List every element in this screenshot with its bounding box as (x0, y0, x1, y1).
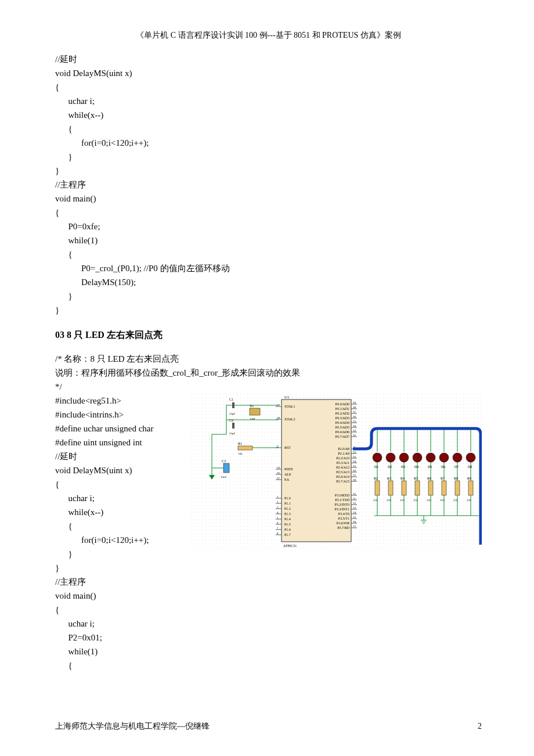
svg-text:16: 16 (353, 520, 356, 523)
svg-text:36: 36 (353, 415, 356, 418)
svg-text:P2.0/A8: P2.0/A8 (338, 447, 349, 451)
svg-text:P1.0: P1.0 (284, 496, 291, 500)
svg-text:P1.7: P1.7 (284, 533, 291, 537)
cap-c1: C1 (229, 398, 233, 401)
crystal-val: 12M (250, 417, 255, 420)
svg-text:D7: D7 (454, 465, 459, 469)
svg-text:P3.7/RD: P3.7/RD (337, 526, 350, 530)
svg-rect-123 (250, 408, 260, 415)
description: /* 名称：8 只 LED 左右来回点亮 说明：程序利用循环移位函数_crol_… (55, 352, 482, 394)
svg-text:13: 13 (353, 506, 356, 509)
svg-text:P3.1/TXD: P3.1/TXD (335, 498, 350, 502)
svg-rect-165 (402, 481, 406, 495)
svg-text:18: 18 (277, 416, 280, 419)
svg-text:220: 220 (413, 499, 418, 502)
svg-text:14: 14 (353, 511, 356, 514)
svg-point-183 (453, 453, 462, 462)
svg-text:32: 32 (353, 434, 356, 437)
svg-text:P0.1/AD1: P0.1/AD1 (335, 407, 349, 411)
svg-text:P1.6: P1.6 (284, 528, 291, 531)
svg-text:XTAL1: XTAL1 (284, 405, 295, 408)
section-title: 03 8 只 LED 左右来回点亮 (55, 327, 482, 343)
svg-text:33: 33 (353, 429, 356, 432)
svg-text:12: 12 (353, 502, 356, 505)
svg-text:P2.7/A15: P2.7/A15 (336, 480, 349, 483)
svg-text:P1.2: P1.2 (284, 507, 291, 510)
cap-c2: C2 (229, 419, 233, 422)
svg-text:R9: R9 (467, 477, 471, 480)
svg-text:P0.5/AD5: P0.5/AD5 (335, 426, 349, 429)
cap-c3: C3 (222, 459, 226, 463)
proteus-schematic: U1 AT89C51 19XTAL118XTAL29RST29PSEN30ALE… (192, 394, 482, 550)
svg-text:R8: R8 (454, 477, 458, 480)
svg-text:D1: D1 (374, 465, 378, 469)
svg-text:R3: R3 (387, 477, 391, 480)
svg-text:D2: D2 (388, 465, 392, 469)
svg-text:11: 11 (353, 497, 356, 500)
code-block-2b: //主程序 void main() { uchar i; P2=0x01; wh… (55, 575, 482, 672)
svg-text:38: 38 (353, 406, 356, 409)
cap-c2-val: 22pF (229, 432, 236, 435)
svg-text:R2: R2 (374, 477, 378, 480)
res-r1: R1 (238, 442, 242, 445)
svg-rect-121 (232, 402, 234, 408)
svg-text:EA: EA (284, 478, 290, 481)
svg-text:D6: D6 (441, 465, 445, 469)
svg-text:P3.4/T0: P3.4/T0 (338, 512, 349, 516)
chip-ref: U1 (284, 395, 290, 399)
svg-text:R6: R6 (427, 477, 431, 480)
svg-text:220: 220 (387, 499, 391, 502)
svg-text:R7: R7 (441, 477, 445, 480)
svg-text:D3: D3 (401, 465, 405, 469)
svg-text:P1.5: P1.5 (284, 523, 291, 526)
svg-text:35: 35 (353, 420, 356, 423)
page-header: 《单片机 C 语言程序设计实训 100 例---基于 8051 和 PROTEU… (55, 29, 482, 42)
svg-text:P3.0/RXD: P3.0/RXD (335, 494, 350, 497)
svg-text:10: 10 (353, 492, 356, 495)
cap-c3-val: 10uF (221, 476, 227, 478)
svg-text:28: 28 (353, 478, 356, 481)
svg-text:P0.3/AD3: P0.3/AD3 (335, 416, 349, 420)
svg-rect-180 (442, 481, 446, 495)
svg-text:15: 15 (353, 516, 356, 519)
svg-text:37: 37 (353, 411, 356, 413)
svg-text:P2.1/A9: P2.1/A9 (338, 452, 349, 455)
svg-text:31: 31 (277, 477, 280, 480)
svg-text:30: 30 (277, 471, 280, 474)
svg-text:22: 22 (353, 451, 356, 453)
svg-text:P2.5/A13: P2.5/A13 (336, 470, 349, 474)
svg-text:RST: RST (284, 446, 291, 449)
desc-line-2: 说明：程序利用循环移位函数_crol_和_cror_形成来回滚动的效果 (55, 366, 482, 380)
svg-text:220: 220 (467, 499, 471, 502)
svg-text:PSEN: PSEN (284, 467, 293, 471)
svg-text:27: 27 (353, 474, 356, 477)
svg-text:P0.6/AD6: P0.6/AD6 (335, 430, 349, 434)
svg-rect-170 (415, 481, 420, 495)
svg-text:23: 23 (353, 455, 356, 458)
svg-rect-124 (238, 446, 252, 450)
svg-rect-122 (232, 423, 234, 429)
svg-text:P3.6/WR: P3.6/WR (337, 521, 349, 525)
svg-text:ALE: ALE (284, 473, 291, 476)
svg-point-158 (386, 453, 395, 462)
svg-text:R5: R5 (414, 477, 418, 480)
svg-text:29: 29 (277, 466, 280, 469)
svg-text:25: 25 (353, 465, 356, 467)
svg-text:D5: D5 (428, 465, 432, 469)
svg-rect-155 (375, 481, 380, 495)
code-block-1: //延时 void DelayMS(uint x) { uchar i; whi… (55, 52, 482, 317)
svg-text:220: 220 (373, 499, 378, 502)
svg-rect-175 (428, 481, 433, 495)
svg-text:24: 24 (353, 460, 356, 463)
svg-text:XTAL2: XTAL2 (284, 417, 295, 421)
svg-text:P3.3/INT1: P3.3/INT1 (335, 507, 350, 511)
svg-text:220: 220 (427, 499, 431, 502)
svg-rect-126 (223, 463, 229, 473)
svg-rect-160 (388, 481, 393, 495)
svg-text:D8: D8 (468, 465, 472, 469)
svg-text:220: 220 (400, 499, 405, 502)
svg-point-153 (373, 453, 382, 462)
svg-text:P3.2/INT0: P3.2/INT0 (335, 503, 350, 506)
svg-point-178 (439, 453, 449, 462)
svg-rect-185 (455, 481, 460, 495)
